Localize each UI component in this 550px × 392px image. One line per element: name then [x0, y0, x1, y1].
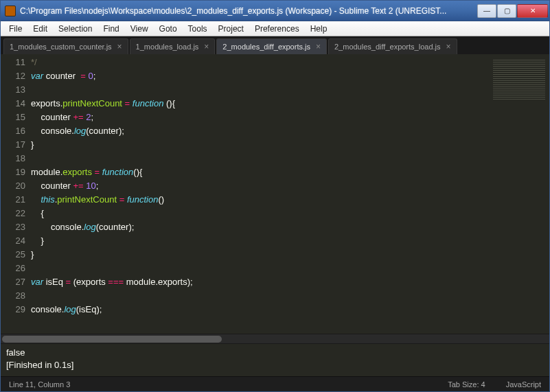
tab-label: 2_modules_diff_exports.js [222, 43, 310, 51]
menu-tools[interactable]: Tools [183, 23, 213, 35]
editor[interactable]: 11121314151617181920212223242526272829 *… [1, 54, 549, 334]
tab-1_modules_load-js[interactable]: 1_modules_load.js× [130, 38, 216, 54]
line-number: 23 [1, 220, 25, 234]
line-number: 16 [1, 124, 25, 138]
tab-label: 1_modules_load.js [136, 43, 199, 51]
tab-label: 1_modules_custom_counter.js [10, 43, 112, 51]
close-button[interactable]: ✕ [517, 4, 548, 18]
line-number: 12 [1, 69, 25, 83]
titlebar[interactable]: C:\Program Files\nodejs\Workspace\module… [1, 1, 549, 21]
code-line[interactable]: { [31, 207, 489, 220]
status-position[interactable]: Line 11, Column 3 [9, 380, 70, 389]
line-number: 11 [1, 56, 25, 69]
line-number: 29 [1, 303, 25, 316]
app-window: C:\Program Files\nodejs\Workspace\module… [0, 0, 550, 392]
code-line[interactable]: } [31, 234, 489, 248]
menu-file[interactable]: File [3, 23, 27, 35]
close-icon[interactable]: × [446, 43, 451, 51]
statusbar: Line 11, Column 3 Tab Size: 4 JavaScript [1, 376, 549, 391]
menu-selection[interactable]: Selection [53, 23, 98, 35]
close-icon[interactable]: × [117, 43, 122, 51]
menu-find[interactable]: Find [98, 23, 124, 35]
close-icon[interactable]: × [316, 43, 321, 51]
line-number: 26 [1, 262, 25, 275]
tab-2_modules_diff_exports-js[interactable]: 2_modules_diff_exports.js× [216, 38, 327, 54]
tab-2_modules_diff_exports_load-js[interactable]: 2_modules_diff_exports_load.js× [328, 38, 457, 54]
line-number: 17 [1, 138, 25, 152]
tab-label: 2_modules_diff_exports_load.js [334, 43, 441, 51]
close-icon[interactable]: × [204, 43, 209, 51]
menu-preferences[interactable]: Preferences [249, 23, 305, 35]
status-syntax[interactable]: JavaScript [506, 380, 541, 389]
code-line[interactable]: exports.printNextCount = function (){ [31, 97, 489, 111]
line-gutter: 11121314151617181920212223242526272829 [1, 54, 31, 334]
line-number: 22 [1, 207, 25, 220]
line-number: 18 [1, 152, 25, 165]
line-number: 24 [1, 234, 25, 248]
code-line[interactable]: var isEq = (exports === module.exports); [31, 275, 489, 289]
code-line[interactable] [31, 152, 489, 165]
code-line[interactable]: } [31, 248, 489, 262]
line-number: 28 [1, 289, 25, 303]
window-title: C:\Program Files\nodejs\Workspace\module… [20, 6, 477, 16]
line-number: 20 [1, 179, 25, 193]
menu-project[interactable]: Project [213, 23, 249, 35]
code-line[interactable]: */ [31, 56, 489, 69]
menu-view[interactable]: View [125, 23, 154, 35]
console-line: false [6, 347, 544, 359]
code-line[interactable]: } [31, 138, 489, 152]
build-output: false[Finished in 0.1s] [1, 343, 549, 376]
scrollbar-thumb[interactable] [2, 336, 222, 343]
minimap-content [493, 60, 545, 101]
line-number: 19 [1, 165, 25, 179]
maximize-button[interactable]: ▢ [497, 4, 516, 18]
tabbar: 1_modules_custom_counter.js×1_modules_lo… [1, 36, 549, 54]
code-line[interactable]: console.log(counter); [31, 124, 489, 138]
line-number: 15 [1, 111, 25, 124]
code-line[interactable] [31, 83, 489, 97]
menu-help[interactable]: Help [305, 23, 333, 35]
console-line: [Finished in 0.1s] [6, 359, 544, 371]
minimize-button[interactable]: — [477, 4, 496, 18]
code-line[interactable]: module.exports = function(){ [31, 165, 489, 179]
menu-goto[interactable]: Goto [154, 23, 183, 35]
code-line[interactable]: var counter = 0; [31, 69, 489, 83]
horizontal-scrollbar[interactable] [1, 334, 549, 343]
status-tab-size[interactable]: Tab Size: 4 [448, 380, 485, 389]
code-line[interactable]: console.log(isEq); [31, 303, 489, 316]
line-number: 27 [1, 275, 25, 289]
code-line[interactable]: this.printNextCount = function() [31, 193, 489, 207]
minimap[interactable] [489, 54, 549, 334]
line-number: 25 [1, 248, 25, 262]
code-area[interactable]: */var counter = 0;exports.printNextCount… [31, 54, 489, 334]
tab-1_modules_custom_counter-js[interactable]: 1_modules_custom_counter.js× [3, 38, 128, 54]
code-line[interactable]: counter += 10; [31, 179, 489, 193]
window-controls: — ▢ ✕ [477, 4, 548, 18]
line-number: 21 [1, 193, 25, 207]
code-line[interactable] [31, 316, 489, 330]
code-line[interactable]: counter += 2; [31, 111, 489, 124]
line-number: 13 [1, 83, 25, 97]
menubar: File Edit Selection Find View Goto Tools… [1, 21, 549, 36]
code-line[interactable] [31, 289, 489, 303]
code-line[interactable]: console.log(counter); [31, 220, 489, 234]
code-line[interactable] [31, 262, 489, 275]
menu-edit[interactable]: Edit [27, 23, 53, 35]
line-number: 14 [1, 97, 25, 111]
app-icon [5, 5, 16, 16]
